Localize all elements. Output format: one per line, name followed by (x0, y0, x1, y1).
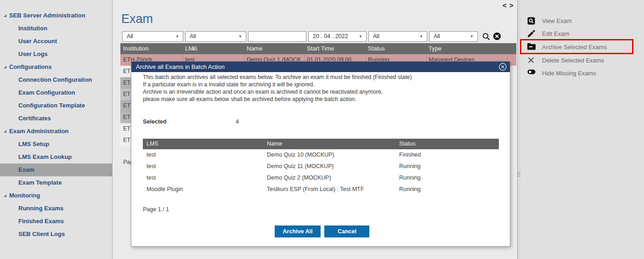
filter-type-select[interactable]: All▼ (429, 31, 478, 42)
sidebar-section-label: Monitoring (9, 192, 40, 199)
table-row-selected[interactable]: ET (120, 100, 131, 112)
table-row[interactable]: Moodle Plugin Testkurs ESP (From Local) … (143, 184, 499, 195)
cell-name: Demo Quiz 2 (MOCKUP) (267, 172, 331, 184)
dialog-buttons: Archive All Cancel (275, 225, 369, 237)
sidebar-item-label: Running Exams (18, 205, 63, 212)
sidebar-item-exam[interactable]: Exam (0, 163, 112, 176)
filter-name-input[interactable] (248, 31, 306, 42)
description-line: This batch action archives all selected … (143, 73, 412, 81)
sidebar-item-running-exams[interactable]: Running Exams (0, 202, 112, 215)
sidebar-section-label: Exam Administration (9, 128, 69, 135)
page-title: Exam (121, 12, 153, 26)
table-row[interactable]: test Demo Quiz 11 (MOCKUP) Running (143, 161, 499, 172)
sidebar-item-label: Certificates (18, 115, 51, 122)
action-label: Hide Missing Exams (542, 69, 596, 78)
sidebar-splitter-handle[interactable] (109, 171, 112, 178)
sidebar-item-finished-exams[interactable]: Finished Exams (0, 215, 112, 228)
column-header-name[interactable]: Name (247, 43, 263, 54)
clear-filter-icon[interactable] (493, 32, 501, 42)
sidebar-item-certificates[interactable]: Certificates (0, 112, 112, 125)
table-row-selected[interactable]: ET (120, 89, 131, 100)
sidebar-item-exam-configuration[interactable]: Exam Configuration (0, 86, 112, 99)
sidebar-item-connection-configuration[interactable]: Connection Configuration (0, 73, 112, 86)
description-line: Archive is an irreversible action and on… (143, 88, 412, 96)
filter-value: All (373, 33, 379, 39)
sidebar-item-institution[interactable]: Institution (0, 22, 112, 35)
cell-name: Demo Quiz 11 (MOCKUP) (267, 161, 334, 172)
cell-lms: test (147, 172, 156, 184)
sidebar-item-label: Exam Configuration (18, 89, 75, 96)
cell-institution-fragment: ET (123, 125, 130, 132)
sidebar-item-user-account[interactable]: User Account (0, 35, 112, 48)
column-header-lms[interactable]: LMS (185, 43, 198, 54)
filter-value: All (127, 33, 133, 39)
edit-exam-icon (527, 30, 535, 38)
sidebar-item-seb-client-logs[interactable]: SEB Client Logs (0, 228, 112, 241)
archive-all-button[interactable]: Archive All (275, 225, 321, 237)
sidebar-item-label: User Account (18, 38, 57, 45)
filter-value: 20 . 04 . 2022 (313, 33, 348, 39)
cell-status: Running (399, 161, 421, 172)
sidebar-section-label: Configurations (9, 63, 51, 70)
sidebar-item-lms-setup[interactable]: LMS Setup (0, 138, 112, 151)
seb-server-app: SEB Server Administration Institution Us… (0, 0, 644, 259)
table-row[interactable]: ET (120, 123, 131, 135)
filter-start-time-select[interactable]: 20 . 04 . 2022▼ (308, 31, 367, 42)
forward-arrow-icon[interactable]: > (509, 1, 516, 9)
back-arrow-icon[interactable]: < (503, 1, 509, 9)
sidebar-item-label: Exam (18, 166, 34, 173)
sidebar-item-exam-template[interactable]: Exam Template (0, 176, 112, 189)
action-label: Edit Exam (542, 30, 569, 38)
sidebar-item-configuration-template[interactable]: Configuration Template (0, 99, 112, 112)
sidebar-item-label: Connection Configuration (18, 76, 92, 83)
dialog-title: Archive all Exams in Batch Action (136, 63, 225, 70)
cell-status: Running (399, 184, 421, 195)
expand-triangle-icon (4, 130, 6, 133)
dialog-table-header: LMS Name Status (143, 139, 499, 149)
table-row[interactable]: test Demo Quiz 10 (MOCKUP) Finished (143, 149, 499, 161)
archive-batch-dialog: Archive all Exams in Batch Action This b… (131, 61, 510, 247)
sidebar-item-label: Exam Template (18, 179, 62, 186)
action-label: Delete Selected Exams (542, 56, 604, 65)
filter-status-select[interactable]: All▼ (368, 31, 427, 42)
column-header-institution[interactable]: Institution (123, 43, 149, 54)
sidebar-section-exam-administration[interactable]: Exam Administration (0, 125, 112, 138)
cell-status: Finished (399, 149, 421, 161)
close-icon[interactable] (499, 63, 507, 74)
selected-count: 4 (236, 118, 239, 125)
filter-lms-select[interactable]: All▼ (185, 31, 246, 42)
cell-institution-fragment: ET (123, 102, 130, 109)
column-header-type[interactable]: Type (429, 43, 441, 54)
table-row[interactable]: ET (120, 135, 131, 146)
column-header-status[interactable]: Status (368, 43, 385, 54)
table-row[interactable]: ET (120, 66, 131, 77)
dialog-page-indicator: Page 1 / 1 (143, 206, 169, 213)
sidebar-section-label: SEB Server Administration (9, 12, 85, 19)
sidebar-item-label: Institution (18, 25, 47, 32)
sidebar-section-seb-server-administration[interactable]: SEB Server Administration (0, 9, 112, 22)
sidebar-item-lms-exam-lookup[interactable]: LMS Exam Lookup (0, 151, 112, 163)
sidebar-item-label: LMS Setup (18, 141, 49, 147)
cancel-button[interactable]: Cancel (324, 225, 369, 237)
search-icon[interactable] (482, 32, 491, 43)
action-label: View Exam (542, 17, 572, 25)
expand-triangle-icon (4, 66, 6, 68)
column-header-start-time[interactable]: Start Time (307, 43, 334, 54)
sidebar-item-label: LMS Exam Lookup (18, 153, 72, 160)
filter-institution-select[interactable]: All▼ (122, 31, 183, 42)
table-row-selected[interactable]: ET (120, 77, 131, 89)
sidebar-item-user-logs[interactable]: User Logs (0, 48, 112, 61)
column-header-lms: LMS (147, 139, 158, 149)
column-header-name: Name (267, 139, 282, 149)
cell-institution-fragment: ET (123, 68, 130, 74)
selected-label: Selected (143, 118, 166, 125)
filter-value: All (190, 33, 196, 39)
cell-name: Testkurs ESP (From Local) : Test MTF (267, 184, 364, 195)
sidebar-section-configurations[interactable]: Configurations (0, 61, 112, 73)
table-row[interactable]: test Demo Quiz 2 (MOCKUP) Running (143, 172, 499, 184)
chevron-down-icon: ▼ (359, 32, 362, 41)
sidebar-item-label: Configuration Template (18, 102, 85, 109)
table-row-selected[interactable]: ET (120, 112, 131, 123)
cell-name: Demo Quiz 10 (MOCKUP) (267, 149, 334, 161)
sidebar-section-monitoring[interactable]: Monitoring (0, 189, 112, 202)
